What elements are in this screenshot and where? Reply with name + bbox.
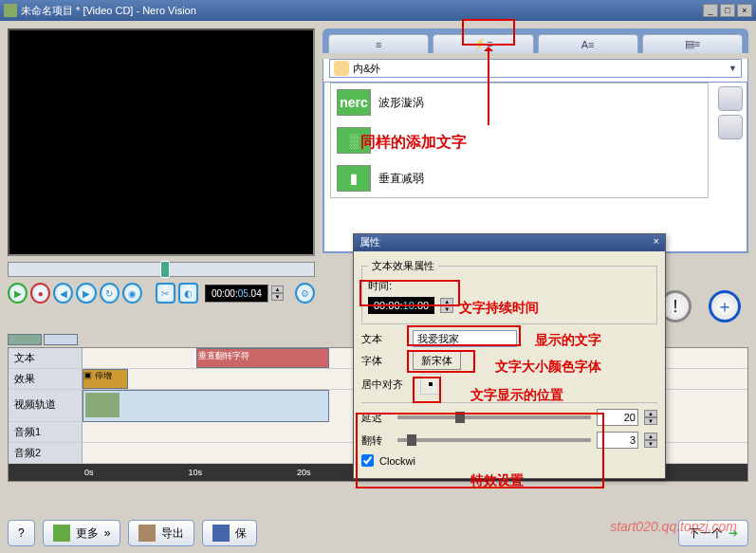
prev-button[interactable]: ◀ [53,283,73,304]
fx-clip[interactable]: ▣ 停增 [83,369,128,389]
annotation-box [360,280,460,306]
annotation-text: 显示的文字 [535,332,601,349]
save-button[interactable]: 保 [202,520,257,546]
props-group-label: 文本效果属性 [368,259,438,273]
cut-button[interactable]: ✂ [156,283,175,304]
watermark: start020.qq.topzj.com [610,519,737,534]
folder-icon [334,61,349,76]
video-clip[interactable] [83,390,329,422]
dropdown-label: 内&外 [353,62,380,76]
annotation-arrow [488,49,489,125]
side-btn-1[interactable] [718,86,743,111]
picture-icon [53,525,70,542]
effects-list: nerc 波形漩涡 ░ ▮ 垂直减弱 [323,82,747,252]
maximize-button[interactable]: □ [720,4,735,17]
tab-transitions[interactable]: ≡ [328,34,429,53]
annotation-text: 文字显示的位置 [470,387,563,404]
snapshot-button[interactable]: ◉ [122,283,142,304]
effect-label: 波形漩涡 [378,95,424,111]
loop-button[interactable]: ↻ [100,283,120,304]
tab-text-fx[interactable]: A≡ [538,34,638,53]
window-titlebar: 未命名项目 * [Video CD] - Nero Vision _ □ × [0,0,756,21]
seek-bar[interactable] [8,262,315,277]
annotation-text: 文字持续时间 [459,300,539,317]
annotation-box [413,377,441,403]
timeline-tab-1[interactable] [8,334,42,345]
timecode-spinner[interactable]: ▲▼ [271,286,284,301]
effects-tabbar: ≡ ⚡≡ A≡ ▤≡ [323,28,748,53]
effect-item[interactable]: nerc 波形漩涡 [331,83,708,121]
text-field-label: 文本 [361,332,407,346]
properties-panel: 属性 × 文本效果属性 时间: 00:00:10.00 ▲▼ 文本 字体 新宋体… [353,233,666,479]
annotation-text: 特效设置 [470,472,524,489]
annotation-text: 同样的添加文字 [360,133,467,153]
effect-thumb: ▮ [337,165,371,192]
timeline-tab-2[interactable] [44,334,78,345]
effects-category-dropdown[interactable]: 内&外 ▼ [329,59,742,78]
film-icon [138,525,156,542]
effect-thumb: nerc [337,89,371,116]
window-title: 未命名项目 * [Video CD] - Nero Vision [21,4,196,18]
tab-templates[interactable]: ▤≡ [642,34,743,53]
minimize-button[interactable]: _ [703,4,718,17]
video-preview [8,28,315,256]
next-button[interactable]: ▶ [76,283,96,304]
record-button[interactable]: ● [30,283,50,304]
settings-button[interactable]: ⚙ [295,283,315,304]
chevron-down-icon: ▼ [728,64,737,73]
annotation-box [407,350,475,373]
add-button[interactable]: ＋ [709,290,741,323]
font-field-label: 字体 [361,354,407,368]
side-btn-2[interactable] [718,115,743,139]
help-button[interactable]: ? [8,520,35,546]
delay-spinner[interactable]: ▲▼ [644,410,657,425]
more-button[interactable]: 更多 » [43,520,121,546]
rotate-spinner[interactable]: ▲▼ [644,433,657,448]
preview-panel: ▶ ● ◀ ▶ ↻ ◉ ✂ ◐ 00:00:05.04 ▲▼ ⚙ [0,21,323,334]
app-icon [4,4,17,17]
timecode-display: 00:00:05.04 [205,285,268,303]
close-button[interactable]: × [737,4,752,17]
align-label: 居中对齐 [361,378,415,392]
properties-titlebar[interactable]: 属性 × [354,234,665,251]
properties-title: 属性 [360,235,380,250]
playhead[interactable] [160,261,170,278]
play-button[interactable]: ▶ [8,283,28,304]
disk-icon [212,525,230,542]
text-clip[interactable]: 垂直翻转字符 [196,348,329,368]
marker-button[interactable]: ◐ [178,283,198,304]
annotation-box [407,325,521,346]
effect-label: 垂直减弱 [378,171,424,187]
effect-item[interactable]: ▮ 垂直减弱 [331,159,708,197]
annotation-text: 文字大小颜色字体 [495,359,601,376]
properties-close-button[interactable]: × [654,235,659,250]
export-button[interactable]: 导出 [128,520,194,546]
